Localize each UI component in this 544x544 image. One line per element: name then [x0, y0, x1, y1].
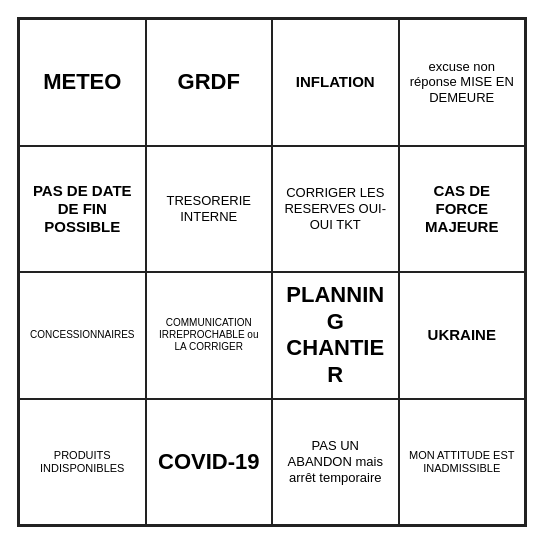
cell-r0c1: GRDF — [146, 19, 273, 146]
cell-r2c1: COMMUNICATION IRREPROCHABLE ou LA CORRIG… — [146, 272, 273, 399]
cell-r3c3: MON ATTITUDE EST INADMISSIBLE — [399, 399, 526, 526]
cell-r3c2: PAS UN ABANDON mais arrêt temporaire — [272, 399, 399, 526]
cell-r3c0: PRODUITS INDISPONIBLES — [19, 399, 146, 526]
cell-r2c3: UKRAINE — [399, 272, 526, 399]
cell-r0c0: METEO — [19, 19, 146, 146]
bingo-board: METEOGRDFINFLATIONexcuse non réponse MIS… — [17, 17, 527, 527]
cell-r1c1: TRESORERIE INTERNE — [146, 146, 273, 273]
cell-r2c2: PLANNING CHANTIER — [272, 272, 399, 399]
cell-r1c3: CAS DE FORCE MAJEURE — [399, 146, 526, 273]
cell-r0c3: excuse non réponse MISE EN DEMEURE — [399, 19, 526, 146]
cell-r2c0: CONCESSIONNAIRES — [19, 272, 146, 399]
cell-r1c0: PAS DE DATE DE FIN POSSIBLE — [19, 146, 146, 273]
cell-r1c2: CORRIGER LES RESERVES OUI-OUI TKT — [272, 146, 399, 273]
cell-r0c2: INFLATION — [272, 19, 399, 146]
cell-r3c1: COVID-19 — [146, 399, 273, 526]
